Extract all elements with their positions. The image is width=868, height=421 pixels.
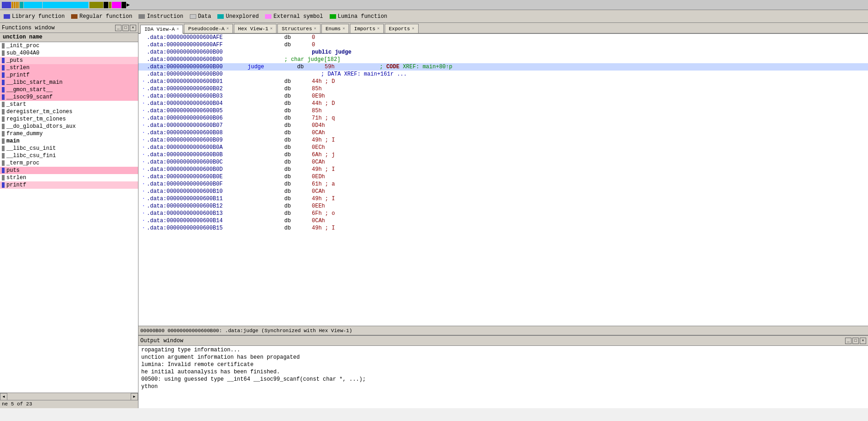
tab-close-btn[interactable]: ×	[377, 27, 380, 31]
disasm-line[interactable]: .data:00000000000600B00; char judge[182]	[138, 56, 868, 63]
disasm-line[interactable]: ·.data:00000000000600B0Cdb0CAh	[138, 159, 868, 166]
disasm-operand: 0E9h	[312, 93, 358, 99]
disasm-line[interactable]: .data:00000000000600B00public judge	[138, 49, 868, 56]
disasm-addr: .data:00000000000600B03	[147, 93, 248, 99]
disasm-mnemonic: db	[284, 108, 312, 114]
tab-close-btn[interactable]: ×	[343, 27, 345, 31]
tab-imports[interactable]: Imports×	[350, 24, 384, 33]
tab-exports[interactable]: Exports×	[385, 24, 419, 33]
function-name: _puts	[6, 57, 23, 64]
function-list-item[interactable]: _term_proc	[0, 159, 138, 167]
output-minimize-btn[interactable]: _	[845, 338, 851, 344]
disasm-addr: .data:00000000000600AFE	[147, 34, 248, 41]
legend-label-regular: Regular function	[79, 13, 132, 20]
disasm-addr: .data:00000000000600B0D	[147, 166, 248, 173]
function-list-item[interactable]: _puts	[0, 57, 138, 64]
tab-close-btn[interactable]: ×	[314, 27, 316, 31]
function-list-item[interactable]: strlen	[0, 174, 138, 181]
disasm-line[interactable]: .data:00000000000600B00; DATA XREF: main…	[138, 71, 868, 78]
function-list-item[interactable]: __isoc99_scanf	[0, 93, 138, 101]
disasm-line[interactable]: ·.data:00000000000600B10db0CAh	[138, 188, 868, 195]
output-maximize-btn[interactable]: □	[852, 338, 859, 344]
function-list-item[interactable]: puts	[0, 167, 138, 174]
disasm-line[interactable]: ·.data:00000000000600B0Fdb61h ; a	[138, 180, 868, 188]
disasm-operand: 0EDh	[312, 174, 358, 180]
disasm-line[interactable]: ·.data:00000000000600B05db85h	[138, 107, 868, 115]
hscroll-left-btn[interactable]: ◀	[0, 393, 7, 400]
functions-hscroll[interactable]: ◀ ▶	[0, 393, 138, 400]
disasm-operand: 49h ; I	[312, 137, 358, 143]
disasm-addr: .data:00000000000600B00	[147, 49, 248, 55]
output-close-btn[interactable]: ×	[860, 338, 866, 344]
function-list-item[interactable]: _init_proc	[0, 42, 138, 49]
tab-enums[interactable]: Enums×	[321, 24, 349, 33]
disasm-line[interactable]: .data:00000000000600AFFdb0	[138, 41, 868, 49]
function-list-item[interactable]: register_tm_clones	[0, 115, 138, 123]
function-indicator	[2, 175, 5, 180]
function-list-item[interactable]: deregister_tm_clones	[0, 108, 138, 115]
disasm-addr: .data:00000000000600B10	[147, 188, 248, 195]
tab-pseudocode-a[interactable]: Pseudocode-A×	[184, 24, 233, 33]
function-list-item[interactable]: printf	[0, 181, 138, 189]
tab-close-btn[interactable]: ×	[270, 27, 272, 31]
strip-block	[109, 2, 111, 8]
tab-hex-view-1[interactable]: Hex View-1×	[234, 24, 276, 33]
disasm-line[interactable]: ·.data:00000000000600B13db6Fh ; o	[138, 210, 868, 217]
disasm-mnemonic: db	[284, 196, 312, 202]
disasm-line[interactable]: ·.data:00000000000600B01db44h ; D	[138, 78, 868, 85]
legend-color-lumina	[330, 14, 336, 19]
disasm-line[interactable]: ·.data:00000000000600B08db0CAh	[138, 129, 868, 137]
disasm-line[interactable]: ·.data:00000000000600B0Bdb6Ah ; j	[138, 151, 868, 159]
hscroll-right-btn[interactable]: ▶	[131, 393, 138, 400]
legend-label-instruction: Instruction	[147, 13, 183, 20]
disasm-line[interactable]: ·.data:00000000000600B04db44h ; D	[138, 100, 868, 107]
disasm-addr: .data:00000000000600B02	[147, 86, 248, 92]
disasm-line[interactable]: ·.data:00000000000600B14db0CAh	[138, 217, 868, 224]
tab-close-btn[interactable]: ×	[412, 27, 414, 31]
function-indicator	[2, 116, 5, 122]
function-list-item[interactable]: __libc_start_main	[0, 79, 138, 86]
disasm-line[interactable]: ·.data:00000000000600B15db49h ; I	[138, 224, 868, 232]
function-name: __libc_csu_init	[6, 145, 56, 152]
disasm-line[interactable]: ·.data:00000000000600B0Adb0ECh	[138, 144, 868, 151]
legend-unexplored: Unexplored	[217, 13, 259, 20]
function-list-item[interactable]: _printf	[0, 71, 138, 79]
disasm-line[interactable]: .data:00000000000600B00judgedb59h; CODE …	[138, 63, 868, 71]
disasm-line[interactable]: ·.data:00000000000600B09db49h ; I	[138, 137, 868, 144]
function-list-item[interactable]: __libc_csu_init	[0, 145, 138, 152]
disasm-mnemonic: db	[284, 152, 312, 158]
function-list-item[interactable]: _strlen	[0, 64, 138, 71]
function-list-item[interactable]: _start	[0, 101, 138, 108]
function-list-item[interactable]: __do_global_dtors_aux	[0, 123, 138, 130]
panel-close-btn[interactable]: ×	[130, 25, 136, 31]
disasm-line[interactable]: ·.data:00000000000600B02db85h	[138, 85, 868, 93]
strip-btn[interactable]: ▶	[127, 1, 138, 8]
dot-marker: ·	[140, 196, 147, 202]
disasm-line[interactable]: ·.data:00000000000600B0Ddb49h ; I	[138, 166, 868, 173]
panel-minimize-btn[interactable]: _	[115, 25, 122, 31]
disasm-line[interactable]: ·.data:00000000000600B06db71h ; q	[138, 115, 868, 122]
dot-marker: ·	[140, 115, 147, 121]
tab-structures[interactable]: Structures×	[277, 24, 320, 33]
disasm-line[interactable]: ·.data:00000000000600B0Edb0EDh	[138, 173, 868, 180]
disasm-view[interactable]: .data:00000000000600AFEdb0 .data:0000000…	[138, 34, 868, 326]
panel-maximize-btn[interactable]: □	[122, 25, 129, 31]
disasm-line[interactable]: ·.data:00000000000600B11db49h ; I	[138, 195, 868, 202]
disasm-mnemonic: db	[284, 218, 312, 224]
functions-list[interactable]: _init_procsub_4004A0_puts_strlen_printf_…	[0, 42, 138, 393]
function-list-item[interactable]: __libc_csu_fini	[0, 152, 138, 159]
tab-ida-view-a[interactable]: IDA View-A×	[140, 25, 183, 34]
function-list-item[interactable]: frame_dummy	[0, 130, 138, 137]
disasm-operand: 6Ah ; j	[312, 152, 358, 158]
function-list-item[interactable]: __gmon_start__	[0, 86, 138, 93]
function-list-item[interactable]: sub_4004A0	[0, 49, 138, 57]
disasm-line[interactable]: ·.data:00000000000600B07db0D4h	[138, 122, 868, 129]
function-list-item[interactable]: main	[0, 137, 138, 145]
tab-close-btn[interactable]: ×	[177, 27, 179, 32]
disasm-line[interactable]: ·.data:00000000000600B03db0E9h	[138, 93, 868, 100]
tab-close-btn[interactable]: ×	[227, 27, 229, 31]
tab-label: Exports	[389, 26, 410, 32]
disasm-line[interactable]: .data:00000000000600AFEdb0	[138, 34, 868, 41]
disasm-line[interactable]: ·.data:00000000000600B12db0EEh	[138, 202, 868, 210]
disasm-addr: .data:00000000000600B14	[147, 218, 248, 224]
